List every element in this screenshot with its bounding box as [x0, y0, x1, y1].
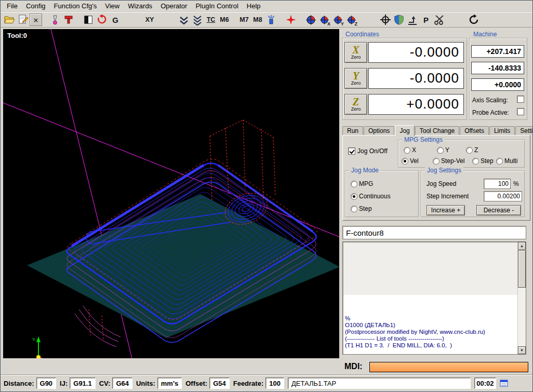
- jog-onoff-checkbox[interactable]: Jog On/Off: [348, 147, 388, 155]
- tab-options[interactable]: Options: [364, 126, 394, 135]
- mdi-label: MDI:: [344, 362, 363, 371]
- gcode-line: (Postprocessor modified by NightV, www.c…: [345, 329, 515, 335]
- mpg-mode-multi-radio[interactable]: Multi: [496, 157, 517, 165]
- safety-shield-button[interactable]: [392, 13, 406, 26]
- menu-item[interactable]: Wizards: [124, 1, 156, 11]
- menu-item[interactable]: File: [3, 1, 22, 11]
- status-field-label: CV:: [99, 380, 111, 387]
- menu-item[interactable]: PlugIn Control: [191, 1, 242, 11]
- cut-button[interactable]: [433, 13, 446, 26]
- tab-settings[interactable]: Settings: [515, 126, 533, 135]
- scroll-down-icon[interactable]: ▼: [518, 346, 526, 354]
- goto-gcode-button[interactable]: G: [109, 13, 122, 26]
- mpg-axis-y-radio[interactable]: Y: [437, 146, 449, 154]
- z-down-button[interactable]: [177, 13, 191, 26]
- safe-z-button[interactable]: [406, 13, 419, 26]
- coolant-button[interactable]: [264, 13, 278, 26]
- mdi-input[interactable]: [369, 362, 528, 372]
- mpg-mode-step-label: Step: [481, 157, 494, 165]
- gcode-window[interactable]: %O1000 (ДЕТАЛЬ1)(Postprocessor modified …: [342, 241, 526, 355]
- edit-gcode-button[interactable]: [16, 13, 30, 26]
- ref-z-letter: Z: [355, 21, 358, 26]
- status-field: Feedrate: 100: [233, 377, 284, 389]
- menu-item[interactable]: Operator: [156, 1, 191, 11]
- ref-x-button[interactable]: X: [317, 13, 331, 26]
- status-field-value[interactable]: G54: [209, 377, 230, 389]
- mpg-axis-x-radio[interactable]: X: [404, 146, 416, 154]
- machine-dro-y: -140.8333: [471, 62, 524, 74]
- mpg-mode-step-radio[interactable]: Step: [472, 157, 494, 165]
- status-field-label: Distance:: [4, 380, 34, 387]
- increase-button[interactable]: Increase +: [427, 205, 465, 215]
- tab-offsets[interactable]: Offsets: [460, 126, 489, 135]
- open-file-icon: [4, 14, 15, 25]
- park-button[interactable]: P: [419, 13, 433, 26]
- jog-speed-input[interactable]: [484, 179, 511, 189]
- ref-z-button[interactable]: Z: [344, 13, 358, 26]
- mpg-mode-stepvel-radio[interactable]: Step-Vel: [433, 157, 464, 165]
- zero-z-button[interactable]: Z Zero: [344, 94, 367, 115]
- jog-settings-group: Jog Settings Jog Speed % Step Increment …: [421, 170, 525, 217]
- zero-x-button[interactable]: X Zero: [344, 42, 367, 63]
- ref-y-letter: Y: [341, 21, 344, 26]
- status-field-value[interactable]: G91.1: [70, 377, 95, 389]
- zero-y-button[interactable]: Y Zero: [344, 68, 367, 89]
- zero-y-label: Zero: [351, 81, 361, 86]
- jog-mode-title: Jog Mode: [349, 167, 381, 174]
- probe-active-label: Probe Active:: [472, 109, 509, 116]
- m8-button[interactable]: M8: [251, 13, 264, 26]
- tool-change-button[interactable]: [62, 13, 75, 26]
- tab-limits[interactable]: Limits: [489, 126, 515, 135]
- radio-icon: [404, 147, 410, 154]
- status-indicator-icon[interactable]: [500, 379, 508, 387]
- jog-mode-mpg-radio[interactable]: MPG: [351, 180, 373, 187]
- axis-scaling-checkbox[interactable]: [517, 96, 524, 103]
- m7-button[interactable]: M7: [237, 13, 251, 26]
- current-function-field[interactable]: F-contour8: [342, 226, 526, 239]
- gcode-line: [345, 349, 515, 355]
- gcode-line: (-------------- List of tools ----------…: [345, 335, 515, 342]
- mpg-axis-z-radio[interactable]: Z: [466, 146, 478, 154]
- tab-tool-change[interactable]: Tool Change: [415, 126, 459, 135]
- m6-button[interactable]: M6: [218, 13, 231, 26]
- status-field-value[interactable]: G64: [112, 377, 132, 389]
- ref-all-button[interactable]: [304, 13, 317, 26]
- gcode-line: %: [345, 315, 515, 322]
- toolpath-viewport[interactable]: Tool:0: [3, 29, 339, 358]
- mpg-mode-vel-radio[interactable]: Vel: [402, 157, 419, 165]
- tool-change-tc-button[interactable]: TC: [204, 13, 218, 26]
- gcode-scrollbar[interactable]: ▲ ▼: [517, 242, 526, 354]
- goto-zero-button[interactable]: [284, 13, 298, 26]
- jog-mode-step-radio[interactable]: Step: [351, 205, 372, 212]
- probe-button[interactable]: [48, 13, 62, 26]
- probe-active-checkbox[interactable]: [517, 108, 524, 115]
- menu-item[interactable]: View: [101, 1, 124, 11]
- status-field: Offset: G54: [185, 377, 229, 389]
- decrease-button[interactable]: Decrease -: [476, 205, 521, 215]
- reset-button[interactable]: [467, 13, 481, 26]
- display-toggle-button[interactable]: [82, 13, 95, 26]
- tab-jog[interactable]: Jog: [395, 125, 414, 136]
- close-gcode-button[interactable]: ×: [30, 13, 42, 26]
- xy-plane-button[interactable]: XY: [143, 13, 156, 26]
- jog-mode-continuous-radio[interactable]: Continuous: [351, 193, 391, 200]
- step-increment-input[interactable]: [484, 191, 522, 201]
- menu-item[interactable]: Function Cfg's: [50, 1, 101, 11]
- status-field-value[interactable]: mm's: [157, 377, 182, 389]
- open-file-button[interactable]: [3, 13, 16, 26]
- tab-run[interactable]: Run: [342, 126, 363, 135]
- z-down-fast-button[interactable]: [191, 13, 204, 26]
- menu-item[interactable]: Config: [22, 1, 50, 11]
- status-field: Distance: G90: [4, 377, 56, 389]
- scroll-up-icon[interactable]: ▲: [518, 242, 526, 250]
- menu-item[interactable]: Help: [243, 1, 265, 11]
- ref-y-button[interactable]: Y: [331, 13, 344, 26]
- regen-toolpath-button[interactable]: [95, 13, 109, 26]
- machine-dro-z: +0.0000: [471, 78, 524, 91]
- mpg-mode-stepvel-label: Step-Vel: [441, 157, 464, 165]
- scroll-thumb[interactable]: [518, 250, 526, 288]
- radio-icon: [437, 147, 444, 154]
- status-field-value[interactable]: 100: [265, 377, 284, 389]
- status-field-value[interactable]: G90: [36, 377, 57, 389]
- goto-position-button[interactable]: [379, 13, 392, 26]
